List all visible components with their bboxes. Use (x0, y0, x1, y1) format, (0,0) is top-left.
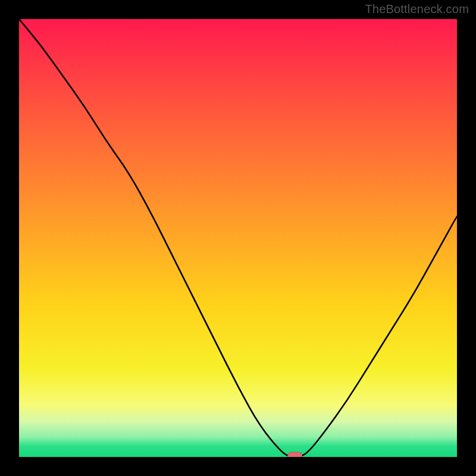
optimal-marker (288, 452, 302, 457)
watermark-text: TheBottleneck.com (365, 2, 469, 16)
plot-area (19, 19, 457, 457)
chart-svg (19, 19, 457, 457)
gradient-background (19, 19, 457, 457)
chart-frame: TheBottleneck.com (0, 0, 476, 476)
